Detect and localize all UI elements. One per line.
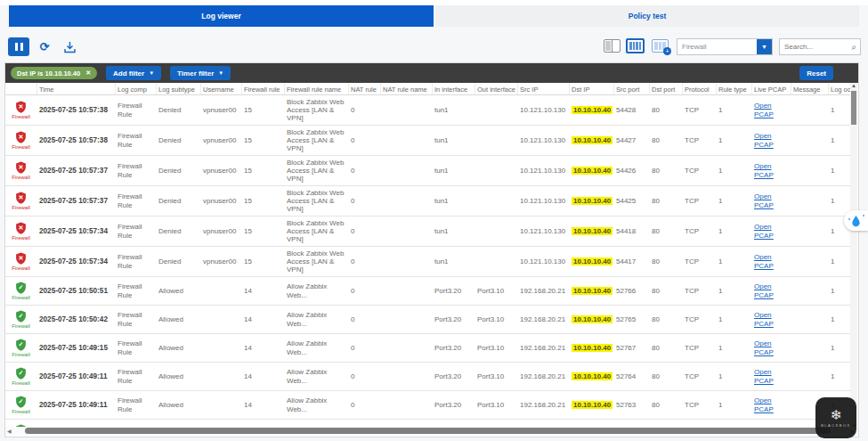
reset-button[interactable]: Reset [799,66,833,80]
cell-time: 2025-07-25 10:50:42 [37,315,116,323]
cell-log-comp: Firewall Rule [116,368,157,384]
table-header-row: TimeLog compLog subtypeUsernameFirewall … [5,83,852,95]
cell-firewall-rule-name: Block Zabbix Web Access [LAN & VPN] [285,249,349,274]
column-header[interactable]: Rule type [717,83,752,94]
cell-out-interface: Port3.10 [475,287,518,295]
assistant-widget[interactable] [844,210,868,231]
cell-log-occurrence: 1 [829,344,852,352]
table-row[interactable]: ✕Firewall2025-07-25 10:57:37Firewall Rul… [5,156,852,186]
cell-log-subtype: Denied [157,167,201,175]
cell-src-port: 52765 [614,315,650,323]
cell-protocol: TCP [683,227,717,235]
table-row[interactable]: ✕Firewall2025-07-25 10:57:37Firewall Rul… [5,186,852,216]
open-pcap-link[interactable]: Open PCAP [754,368,777,384]
scroll-left-icon[interactable]: ◀ [7,428,12,434]
cell-dst-port: 80 [650,372,683,380]
open-pcap-link[interactable]: Open PCAP [754,282,777,298]
cell-log-comp: Firewall Rule [116,132,157,148]
open-pcap-link[interactable]: Open PCAP [754,102,777,118]
column-header[interactable]: Log comp [116,83,157,94]
table-row[interactable]: ✕Firewall2025-07-25 10:57:38Firewall Rul… [5,95,852,126]
add-filter-button[interactable]: Add filter ▼ [106,66,161,80]
split-view-icon[interactable] [604,39,621,53]
cell-src-port: 54417 [614,257,650,265]
open-pcap-link[interactable]: Open PCAP [754,396,777,412]
cell-log-subtype: Denied [157,257,201,265]
cell-out-interface: Port3.10 [475,372,518,380]
open-pcap-link[interactable]: Open PCAP [754,132,777,148]
column-header[interactable]: Time [37,83,116,94]
open-pcap-link[interactable]: Open PCAP [754,253,777,269]
vertical-scrollbar[interactable]: ▲ ▼ [850,83,857,430]
column-header[interactable]: In interface [433,83,475,94]
table-row[interactable]: ✕Firewall2025-07-25 10:57:38Firewall Rul… [5,126,852,156]
cell-nat-rule: 0 [349,106,381,114]
column-header[interactable]: Message [791,83,829,94]
column-header[interactable]: Src IP [518,83,570,94]
cell-live-pcap: Open PCAP [752,162,791,178]
column-header[interactable]: Firewall rule [242,83,285,94]
refresh-button[interactable]: ⟳ [35,37,54,56]
table-row[interactable]: ✓Firewall2025-07-25 10:49:11Firewall Rul… [5,363,852,391]
active-filter-chip[interactable]: Dst IP is 10.10.10.40 ✕ [11,67,97,79]
column-header[interactable]: Firewall rule name [285,83,349,94]
open-pcap-link[interactable]: Open PCAP [754,339,777,355]
search-input[interactable] [780,43,851,51]
column-header[interactable]: NAT rule name [381,83,433,94]
cell-log-comp: Firewall Rule [116,192,157,208]
column-header[interactable]: NAT rule [349,83,381,94]
add-column-icon[interactable]: + [652,39,669,53]
tab-policy-test[interactable]: Policy test [435,5,859,27]
open-pcap-link[interactable]: Open PCAP [754,162,777,178]
table-row[interactable]: ✕Firewall2025-07-25 10:57:34Firewall Rul… [5,216,852,247]
column-header[interactable]: Log subtype [157,83,201,94]
row-icon-label: Firewall [12,114,30,120]
cell-log-comp: Firewall Rule [116,282,157,298]
cell-src-port: 54426 [614,167,650,175]
remove-filter-icon[interactable]: ✕ [85,69,91,77]
cell-live-pcap: Open PCAP [752,339,791,355]
column-header[interactable]: Out interface [475,83,518,94]
column-header[interactable]: Live PCAP [752,83,791,94]
scroll-up-icon[interactable]: ▲ [850,83,857,88]
toolbar: ⟳ + Firewall ▼ ⌕ [4,36,859,61]
table-row[interactable]: ✓Firewall2025-07-25 10:49:11Firewall Rul… [5,391,852,420]
filter-chip-label: Dst IP is 10.10.10.40 [17,69,80,78]
dst-ip-highlight: 10.10.10.40 [572,287,612,295]
cell-time: 2025-07-25 10:49:11 [37,401,116,409]
cell-firewall-rule-name: Block Zabbix Web Access [LAN & VPN] [285,159,349,184]
cell-firewall-rule-name: Block Zabbix Web Access [LAN & VPN] [285,98,349,123]
cell-username: vpnuser00 [201,106,242,114]
table-row[interactable]: ✕Firewall2025-07-25 10:57:34Firewall Rul… [5,247,852,277]
horizontal-scroll-thumb[interactable] [25,428,831,434]
export-button[interactable] [60,37,79,56]
module-select[interactable]: Firewall ▼ [677,38,773,55]
table-row[interactable]: ✓Firewall2025-07-25 10:50:42Firewall Rul… [5,306,852,334]
open-pcap-link[interactable]: Open PCAP [754,311,777,327]
cell-protocol: TCP [683,401,717,409]
open-pcap-link[interactable]: Open PCAP [754,223,777,239]
open-pcap-link[interactable]: Open PCAP [754,192,777,208]
blackbox-logo-icon: ❄ [831,408,842,421]
table-row[interactable]: ✓Firewall2025-07-25 10:50:51Firewall Rul… [5,277,852,306]
column-view-icon[interactable] [626,38,645,53]
tab-log-viewer[interactable]: Log viewer [9,5,434,27]
horizontal-scrollbar[interactable]: ◀ ▶ [5,427,858,435]
vertical-scroll-thumb[interactable] [851,91,856,125]
cell-nat-rule: 0 [349,227,381,235]
table-row[interactable]: ✓Firewall2025-07-25 10:49:15Firewall Rul… [5,334,852,363]
pause-button[interactable] [8,37,29,56]
column-header[interactable]: Dst port [650,83,683,94]
timer-filter-button[interactable]: Timer filter ▼ [170,66,231,80]
cell-src-ip: 10.121.10.130 [518,257,570,265]
column-header[interactable]: Src port [614,83,650,94]
cell-firewall-rule: 14 [242,315,285,323]
tab-log-viewer-label: Log viewer [201,12,240,20]
column-header[interactable]: Username [201,83,242,94]
column-header[interactable]: Dst IP [570,83,614,94]
cell-src-port: 54427 [614,136,650,144]
cell-log-comp: Firewall Rule [116,102,157,118]
allowed-shield-icon: ✓ [15,310,27,323]
column-header[interactable]: Protocol [683,83,717,94]
search-icon[interactable]: ⌕ [851,42,860,53]
